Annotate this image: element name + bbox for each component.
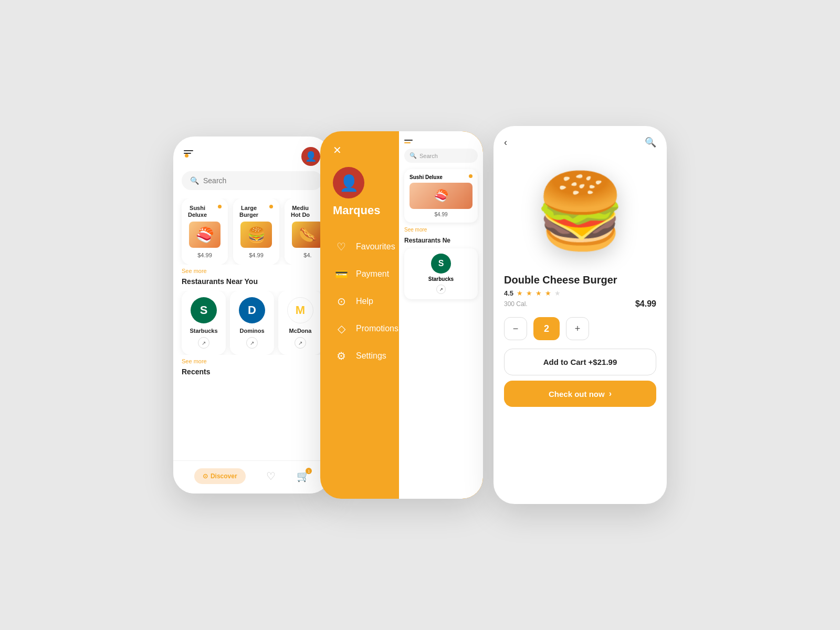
increase-quantity-button[interactable]: + (566, 317, 589, 340)
overlay-restaurants-title: Restaurants Ne (404, 237, 478, 244)
restaurant-starbucks[interactable]: S Starbucks ↗ (182, 291, 226, 355)
product-info: Double Cheese Burger 4.5 ★ ★ ★ ★ ★ 300 C… (494, 269, 667, 412)
add-to-cart-button[interactable]: Add to Cart +$21.99 (504, 349, 656, 375)
quantity-selector: − 2 + (504, 317, 656, 340)
menu-label-favourites: Favourites (356, 242, 395, 251)
overlay-restaurant-name: Starbucks (410, 276, 472, 282)
decrease-quantity-button[interactable]: − (504, 317, 527, 340)
help-icon: ⊙ (335, 295, 348, 308)
food-price: $4.99 (188, 252, 222, 258)
rating-row: 4.5 ★ ★ ★ ★ ★ (504, 289, 656, 297)
menu-label-promotions: Promotions (356, 324, 398, 333)
overlay-starbucks-logo: S (431, 254, 451, 274)
search-icon[interactable]: 🔍 (645, 136, 656, 148)
search-icon: 🔍 (190, 176, 199, 185)
food-badge (218, 205, 222, 208)
food-name: SushiDeluxe (188, 205, 207, 218)
hamburger-menu[interactable] (184, 150, 193, 163)
restaurants-title: Restaurants Near You (173, 277, 331, 286)
chevron-right-icon: › (609, 389, 612, 398)
see-more-food[interactable]: See more (173, 265, 331, 277)
overlay-hamburger[interactable] (404, 140, 413, 143)
restaurant-cards: S Starbucks ↗ D Dominos ↗ M McDona ↗ (173, 291, 331, 355)
burger-emoji: 🍔 (534, 174, 626, 248)
notification-dot (185, 154, 188, 158)
discover-icon: ⊙ (203, 472, 208, 480)
avatar[interactable]: 👤 (301, 147, 320, 166)
overlay-see-more[interactable]: See more (404, 227, 478, 233)
food-image-hotdog: 🌭 (292, 222, 323, 248)
starbucks-name: Starbucks (187, 328, 220, 334)
menu-label-payment: Payment (356, 269, 389, 279)
checkout-button[interactable]: Check out now › (504, 381, 656, 407)
phone-product: ‹ 🔍 🍔 Double Cheese Burger 4.5 ★ ★ ★ ★ ★… (494, 126, 667, 504)
food-badge (269, 205, 273, 208)
quantity-display: 2 (533, 317, 560, 340)
food-image-burger: 🍔 (240, 222, 272, 248)
recents-title: Recents (173, 368, 331, 376)
search-input[interactable] (203, 176, 314, 185)
food-cards-list: SushiDeluxe 🍣 $4.99 LargeBurger 🍔 $4.99 … (173, 198, 331, 265)
overlay-header (404, 140, 478, 143)
bottom-navigation: ⊙ Discover ♡ 🛒 1 (173, 460, 331, 494)
dominos-name: Dominos (235, 328, 269, 334)
main-header: 👤 (173, 136, 331, 171)
see-more-restaurants[interactable]: See more (173, 355, 331, 368)
phone-main: 👤 🔍 SushiDeluxe 🍣 $4.99 LargeBurger 🍔 (173, 136, 331, 494)
rating-number: 4.5 (504, 289, 513, 297)
food-card-burger[interactable]: LargeBurger 🍔 $4.99 (233, 198, 279, 265)
food-price: $4.99 (239, 252, 273, 258)
menu-label-settings: Settings (356, 351, 386, 361)
restaurant-dominos[interactable]: D Dominos ↗ (230, 291, 274, 355)
discover-button[interactable]: ⊙ Discover (194, 468, 246, 484)
redirect-button[interactable]: ↗ (246, 337, 258, 349)
star-5: ★ (554, 289, 561, 297)
calories-text: 300 Cal. (504, 300, 528, 308)
overlay-starbucks-initial: S (438, 259, 444, 268)
food-name: LargeBurger (239, 205, 258, 218)
overlay-restaurant-card[interactable]: S Starbucks ↗ (404, 248, 478, 299)
cart-badge: 1 (306, 468, 312, 474)
phone2-white-overlay: 🔍 Search Sushi Deluxe 🍣 $4.99 See more R… (399, 131, 483, 499)
search-bar[interactable]: 🔍 (182, 171, 322, 190)
star-4: ★ (545, 289, 551, 297)
product-header: ‹ 🔍 (494, 126, 667, 153)
favorites-nav-button[interactable]: ♡ (266, 470, 276, 482)
restaurant-mcdonalds[interactable]: M McDona ↗ (278, 291, 322, 355)
overlay-food-price: $4.99 (410, 212, 472, 217)
overlay-search-icon: 🔍 (410, 152, 417, 159)
menu-label-help: Help (356, 297, 373, 306)
starbucks-logo: S (191, 297, 217, 323)
mcdonalds-logo: M (287, 297, 313, 323)
star-2: ★ (526, 289, 532, 297)
star-1: ★ (517, 289, 523, 297)
discover-label: Discover (211, 472, 237, 480)
heart-icon: ♡ (335, 240, 348, 253)
overlay-food-card[interactable]: Sushi Deluxe 🍣 $4.99 (404, 169, 478, 223)
checkout-label: Check out now (549, 390, 605, 398)
redirect-button[interactable]: ↗ (295, 337, 306, 349)
cart-nav-button[interactable]: 🛒 1 (297, 470, 310, 482)
food-image-sushi: 🍣 (189, 222, 220, 248)
overlay-search-label: Search (419, 153, 438, 159)
redirect-button[interactable]: ↗ (198, 337, 209, 349)
promotions-icon: ◇ (335, 322, 348, 335)
overlay-food-image: 🍣 (410, 183, 472, 209)
food-name: MediuHot Do (291, 205, 310, 218)
star-3: ★ (536, 289, 542, 297)
payment-icon: 💳 (335, 268, 348, 280)
mcdonalds-name: McDona (284, 328, 317, 334)
dominos-logo: D (239, 297, 265, 323)
burger-hero-image: 🍔 (494, 153, 667, 269)
hamburger-icon (184, 150, 193, 154)
food-price: $4. (291, 252, 324, 258)
overlay-redirect-button[interactable]: ↗ (436, 285, 446, 294)
settings-icon: ⚙ (335, 350, 348, 362)
app-scene: 👤 🔍 SushiDeluxe 🍣 $4.99 LargeBurger 🍔 (131, 79, 709, 551)
overlay-food-name: Sushi Deluxe (410, 174, 472, 180)
overlay-search[interactable]: 🔍 Search (404, 149, 478, 163)
food-card-sushi[interactable]: SushiDeluxe 🍣 $4.99 (182, 198, 228, 265)
price-text: $4.99 (635, 299, 656, 309)
back-button[interactable]: ‹ (504, 137, 507, 148)
user-avatar: 👤 (333, 167, 364, 198)
